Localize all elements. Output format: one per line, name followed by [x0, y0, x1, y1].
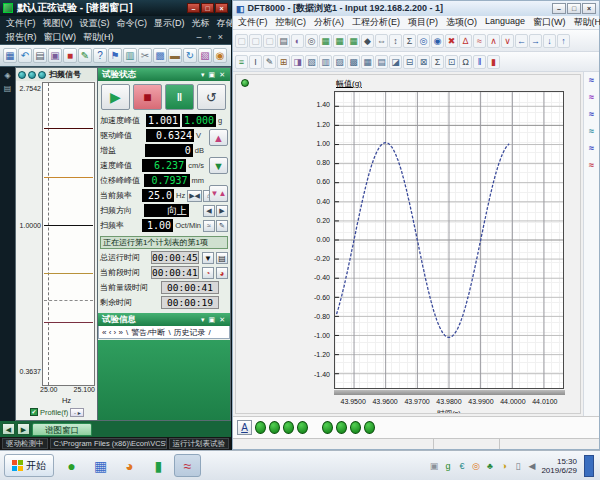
menu-item[interactable]: 视图(V): [43, 17, 73, 30]
toolbar-icon[interactable]: ▧: [305, 55, 318, 69]
stop-test-button[interactable]: ■: [133, 84, 162, 110]
tab-spectrum-window[interactable]: 谱图窗口: [32, 423, 92, 436]
channel-dot-icon[interactable]: [28, 71, 36, 79]
taskbar-app-icon[interactable]: ◕: [116, 454, 143, 477]
signal-wave-icon[interactable]: ≈: [589, 109, 594, 119]
toolbar-icon[interactable]: ≡: [235, 55, 248, 69]
toolbar-icon[interactable]: ↑: [557, 34, 570, 48]
toolbar-icon[interactable]: ▦: [3, 48, 17, 63]
menu-item[interactable]: 帮助(H): [83, 31, 114, 44]
tray-icon[interactable]: ◎: [470, 461, 481, 471]
toolbar-icon[interactable]: ▦: [347, 34, 360, 48]
level-double-button[interactable]: ▼▲: [209, 185, 228, 202]
toolbar-icon[interactable]: →: [529, 34, 542, 48]
maximize-button[interactable]: □: [201, 3, 214, 13]
tray-icon[interactable]: ♣: [484, 461, 495, 471]
toolbar-icon[interactable]: ‖: [473, 55, 486, 69]
timer-tool-button[interactable]: ▼: [202, 252, 214, 264]
toolbar-icon[interactable]: ↶: [18, 48, 32, 63]
tray-icon[interactable]: ◀: [526, 461, 537, 471]
menu-item[interactable]: 项目(P): [408, 16, 438, 29]
toolbar-icon[interactable]: ▬: [168, 48, 182, 63]
toolbar-icon[interactable]: ⊞: [277, 55, 290, 69]
menu-item[interactable]: 控制(C): [276, 16, 307, 29]
toolbar-icon[interactable]: ◐: [291, 34, 304, 48]
menu-item[interactable]: 文件(F): [238, 16, 268, 29]
channel-a-button[interactable]: A: [237, 420, 252, 435]
toolbar-icon[interactable]: ⚑: [108, 48, 122, 63]
toolbar-icon[interactable]: ▩: [347, 55, 360, 69]
toolbar-icon[interactable]: ▧: [198, 48, 212, 63]
toolbar-icon[interactable]: ◎: [305, 34, 318, 48]
toolbar-icon[interactable]: ⊟: [403, 55, 416, 69]
toolbar-icon[interactable]: ✖: [445, 34, 458, 48]
profile-spinner[interactable]: - ▸: [70, 408, 84, 417]
menu-item[interactable]: 工程分析(E): [352, 16, 400, 29]
timer-clock-button[interactable]: ◕: [216, 267, 228, 279]
toolbar-icon[interactable]: ∧: [487, 34, 500, 48]
menu-item[interactable]: Language: [485, 16, 525, 29]
toolbar-icon[interactable]: ↕: [389, 34, 402, 48]
signal-wave-icon[interactable]: ≈: [589, 143, 594, 153]
toolbar-icon[interactable]: ⊡: [445, 55, 458, 69]
frequency-control-button[interactable]: ▶◀: [187, 190, 202, 202]
channel-dot-icon[interactable]: [38, 71, 46, 79]
toolbar-icon[interactable]: ◉: [431, 34, 444, 48]
taskbar-app-icon[interactable]: ≈: [174, 454, 201, 477]
tray-icon[interactable]: g: [442, 461, 453, 471]
toolbar-icon[interactable]: ✎: [263, 55, 276, 69]
toolbar-icon[interactable]: ▦: [333, 34, 346, 48]
toolbar-icon[interactable]: ▮: [487, 55, 500, 69]
toolbar-icon[interactable]: ■: [63, 48, 77, 63]
toolbar-icon[interactable]: ▢: [263, 34, 276, 48]
toolbar-icon[interactable]: ▥: [319, 55, 332, 69]
panel-header-buttons[interactable]: ▾ ▣ ✕: [201, 71, 226, 79]
toolbar-icon[interactable]: ⊠: [417, 55, 430, 69]
menu-item[interactable]: 窗口(W): [533, 16, 566, 29]
tab-nav-buttons[interactable]: « ‹ › »: [102, 328, 123, 337]
taskbar-app-icon[interactable]: ▮: [145, 454, 172, 477]
restart-test-button[interactable]: ↺: [197, 84, 226, 110]
start-test-button[interactable]: ▶: [101, 84, 130, 110]
toolbar-icon[interactable]: ▩: [153, 48, 167, 63]
toolbar-icon[interactable]: Σ: [431, 55, 444, 69]
profile-checkbox[interactable]: ✔: [30, 408, 38, 416]
toolbar-icon[interactable]: Ω: [459, 55, 472, 69]
direction-button[interactable]: ▶: [216, 205, 228, 217]
toolbar-icon[interactable]: ▢: [235, 34, 248, 48]
channel-node-icon[interactable]: [241, 79, 249, 87]
toolbar-icon[interactable]: ▢: [249, 34, 262, 48]
menu-item[interactable]: 显示(D): [154, 17, 185, 30]
timer-tool-button[interactable]: ▤: [216, 252, 228, 264]
toolbar-icon[interactable]: ▦: [319, 34, 332, 48]
taskbar-app-icon[interactable]: ●: [58, 454, 85, 477]
timer-clock-button[interactable]: ◔: [202, 267, 214, 279]
toolbar-icon[interactable]: ◨: [291, 55, 304, 69]
toolbar-icon[interactable]: ✂: [138, 48, 152, 63]
tray-icon[interactable]: ▣: [428, 461, 439, 471]
signal-wave-icon[interactable]: ≈: [589, 126, 594, 136]
toolbar-icon[interactable]: ▤: [33, 48, 47, 63]
close-button[interactable]: ×: [582, 3, 596, 14]
tab-scroll-right[interactable]: ▶: [17, 423, 30, 435]
menu-item[interactable]: 选项(O): [446, 16, 477, 29]
toolbar-icon[interactable]: ▨: [333, 55, 346, 69]
toolbar-icon[interactable]: ▥: [123, 48, 137, 63]
side-icon[interactable]: ▤: [4, 84, 12, 93]
rate-button[interactable]: ≈: [203, 220, 215, 232]
maximize-button[interactable]: □: [567, 3, 581, 14]
toolbar-icon[interactable]: ▤: [375, 55, 388, 69]
menu-item[interactable]: 命令(C): [117, 17, 148, 30]
right-titlebar[interactable]: ◧ DFT8000 - [数据浏览1 - Input 192.168.2.200…: [233, 1, 599, 16]
menu-item[interactable]: 帮助(H): [574, 16, 600, 29]
signal-wave-icon[interactable]: ≈: [589, 92, 594, 102]
level-up-button[interactable]: ▲: [209, 129, 228, 146]
menu-item[interactable]: 文件(F): [6, 17, 36, 30]
toolbar-icon[interactable]: ↻: [183, 48, 197, 63]
mdi-window-buttons[interactable]: – ▫ ×: [197, 32, 225, 42]
toolbar-icon[interactable]: ←: [515, 34, 528, 48]
toolbar-icon[interactable]: ≈: [473, 34, 486, 48]
toolbar-icon[interactable]: ◎: [417, 34, 430, 48]
toolbar-icon[interactable]: ◉: [213, 48, 227, 63]
menu-item[interactable]: 设置(S): [80, 17, 110, 30]
